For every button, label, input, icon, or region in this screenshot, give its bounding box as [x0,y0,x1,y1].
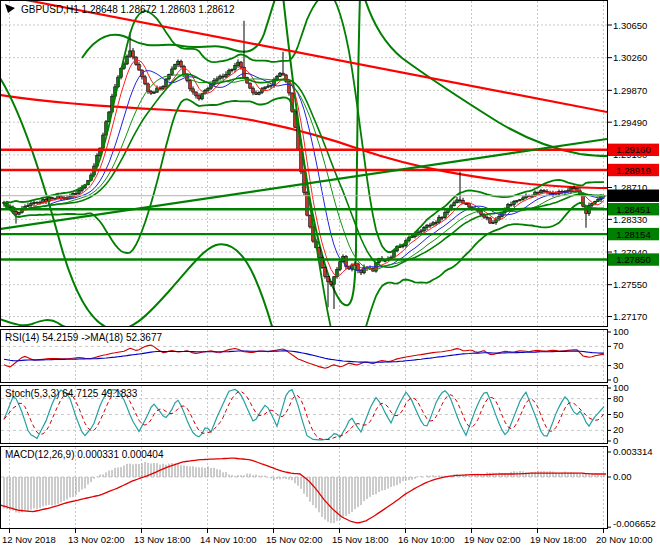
bear-candle [480,211,483,215]
bear-candle [240,62,243,67]
bull-candle [513,202,516,205]
bull-candle [228,70,231,74]
axis-tick-label: -0.006652 [613,518,656,529]
price-tag: 1.28612 [608,190,659,202]
bear-candle [441,217,444,218]
axis-tick-label: 1.27170 [613,311,647,322]
axis-tick-label: 80 [613,393,624,404]
axis-tick-label: 20 Nov 10:00 [596,534,653,545]
bull-candle [432,223,435,225]
price-scale[interactable] [608,0,660,550]
bull-candle [510,204,513,205]
axis-tick-label: 1.28330 [613,214,647,225]
axis-tick-label: 1.29870 [613,85,647,96]
bear-candle [282,73,285,75]
bull-candle [36,202,39,203]
bull-candle [426,225,429,227]
axis-tick-label: 0 [613,435,618,446]
bear-candle [150,91,153,93]
axis-tick-label: 16 Nov 10:00 [398,534,455,545]
bear-candle [324,268,327,277]
bull-candle [126,56,129,64]
bear-candle [486,217,489,218]
svg-text:1.28451: 1.28451 [616,204,650,215]
bear-candle [465,204,468,205]
svg-text:1.28612: 1.28612 [616,190,650,201]
bull-candle [429,225,432,226]
bull-candle [219,76,222,79]
axis-tick-label: 0.003314 [613,446,653,457]
bull-candle [438,217,441,222]
chart-legend: GBPUSD,H1 1.28648 1.28672 1.28603 1.2861… [21,4,235,15]
bear-candle [459,200,462,201]
stoch-indicator-label: Stoch(5,3,3) 64.7125 49.1833 [5,388,138,399]
bull-candle [174,64,177,69]
macd-indicator-label: MACD(12,26,9) 0.000331 0.000404 [5,449,164,460]
bull-candle [27,205,30,206]
axis-tick-label: 13 Nov 02:00 [68,534,125,545]
bull-candle [234,65,237,69]
bull-candle [492,223,495,224]
bull-candle [129,51,132,56]
chart-background [0,0,660,550]
bear-candle [249,83,252,88]
bear-candle [327,277,330,282]
bear-candle [543,190,546,191]
bear-candle [180,61,183,66]
axis-tick-label: 14 Nov 10:00 [200,534,257,545]
axis-tick-label: 100 [613,326,629,337]
bull-candle [258,92,261,94]
bull-candle [18,212,21,214]
axis-tick-label: 15 Nov 02:00 [266,534,323,545]
bull-candle [507,205,510,209]
bull-candle [423,227,426,230]
bull-candle [33,203,36,204]
bull-candle [519,200,522,201]
bull-candle [333,277,336,284]
bull-candle [78,190,81,193]
axis-tick-label: 0.00 [613,471,632,482]
bear-candle [51,198,54,199]
bull-candle [453,203,456,206]
bear-candle [198,96,201,99]
bear-candle [468,204,471,207]
axis-tick-label: 13 Nov 18:00 [134,534,191,545]
bear-candle [138,64,141,70]
axis-tick-label: 1.29490 [613,117,647,128]
bull-candle [522,198,525,200]
bear-candle [489,218,492,223]
bull-candle [540,190,543,193]
price-chart-canvas[interactable]: GBPUSD,H1 1.28648 1.28672 1.28603 1.2861… [0,0,660,550]
bull-candle [57,196,60,198]
bull-candle [270,85,273,86]
bull-candle [435,222,438,223]
axis-tick-label: 100 [613,382,629,393]
axis-tick-label: 30 [613,360,624,371]
bull-candle [207,88,210,90]
bear-candle [252,88,255,93]
bull-candle [393,251,396,257]
bull-candle [201,94,204,99]
bull-candle [225,74,228,77]
bull-candle [216,79,219,81]
axis-tick-label: 1.30650 [613,20,647,31]
bull-candle [237,62,240,65]
svg-text:1.28154: 1.28154 [616,229,650,240]
bear-candle [255,93,258,95]
bull-candle [264,87,267,89]
bull-candle [171,69,174,74]
bull-candle [267,86,270,87]
bull-candle [339,262,342,270]
bull-candle [279,73,282,76]
svg-text:1.27850: 1.27850 [616,254,650,265]
bull-candle [456,200,459,203]
bear-candle [189,80,192,88]
axis-tick-label: 50 [613,409,624,420]
price-tag: 1.28154 [608,228,659,240]
mt4-chart-window: { "ui": { "legend": "GBPUSD,H1 1.28648 1… [0,0,660,550]
rsi-indicator-label: RSI(14) 54.2159 ->MA(18) 52.3677 [5,332,162,343]
bear-candle [144,77,147,84]
bear-candle [45,200,48,202]
bear-candle [75,193,78,194]
bull-candle [231,69,234,70]
